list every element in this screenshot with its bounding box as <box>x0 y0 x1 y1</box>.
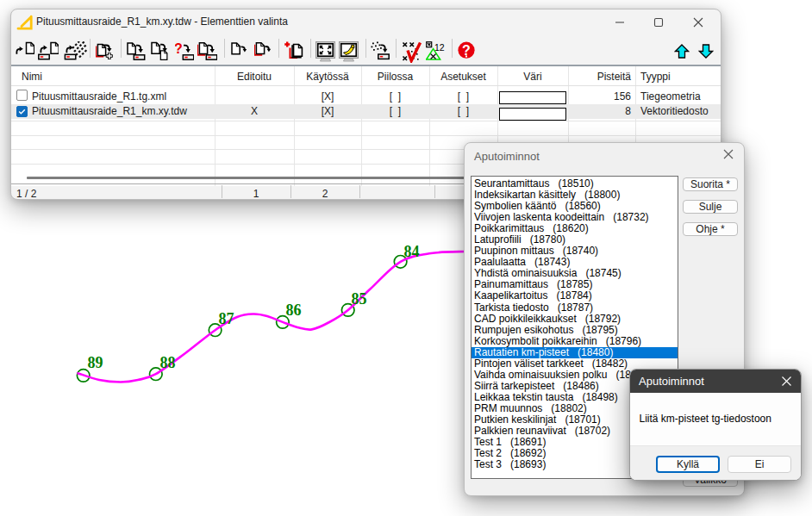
svg-text:87: 87 <box>219 310 234 327</box>
svg-text:89: 89 <box>88 354 103 371</box>
svg-text:88: 88 <box>160 354 176 371</box>
svg-text:84: 84 <box>404 243 420 260</box>
svg-text:86: 86 <box>286 302 302 319</box>
svg-text:?: ? <box>175 41 183 56</box>
svg-text:?: ? <box>462 43 471 58</box>
svg-text:12: 12 <box>434 42 445 53</box>
svg-text:85: 85 <box>352 290 367 308</box>
